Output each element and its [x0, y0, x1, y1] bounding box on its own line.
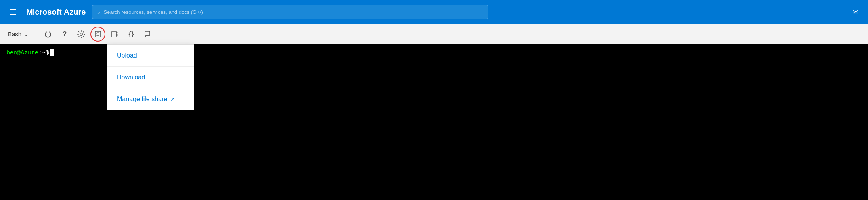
- brace-icon: {}: [129, 30, 134, 38]
- svg-rect-3: [145, 31, 150, 35]
- manage-file-share-menu-item[interactable]: Manage file share ↗: [107, 88, 194, 110]
- help-icon: ?: [63, 30, 67, 38]
- svg-point-0: [80, 33, 82, 35]
- hamburger-icon[interactable]: ☰: [6, 4, 20, 20]
- external-link-icon: ↗: [170, 96, 175, 102]
- terminal-prompt-separator: :~$: [38, 50, 49, 56]
- power-button[interactable]: [40, 27, 55, 42]
- email-icon[interactable]: ✉: [849, 4, 862, 19]
- upload-menu-item[interactable]: Upload: [107, 45, 194, 67]
- manage-file-share-label: Manage file share: [117, 96, 167, 103]
- toolbar-divider-1: [36, 29, 36, 40]
- open-editor-button[interactable]: [107, 27, 122, 42]
- download-menu-item[interactable]: Download: [107, 67, 194, 88]
- shell-selector[interactable]: Bash ⌄: [5, 29, 32, 39]
- upload-download-dropdown: Upload Download Manage file share ↗: [107, 44, 194, 110]
- svg-rect-2: [112, 31, 116, 37]
- settings-button[interactable]: [74, 27, 89, 42]
- search-bar[interactable]: ⌕ Search resources, services, and docs (…: [92, 5, 488, 19]
- search-placeholder: Search resources, services, and docs (G+…: [103, 9, 203, 15]
- terminal-cursor: [50, 49, 54, 56]
- download-label: Download: [117, 74, 145, 81]
- json-editor-button[interactable]: {}: [124, 27, 139, 42]
- nav-right: ✉: [849, 4, 862, 19]
- search-icon: ⌕: [97, 9, 100, 15]
- shell-chevron-icon: ⌄: [24, 31, 29, 38]
- help-button[interactable]: ?: [57, 27, 72, 42]
- upload-download-button[interactable]: [90, 27, 105, 42]
- top-navigation: ☰ Microsoft Azure ⌕ Search resources, se…: [0, 0, 868, 24]
- feedback-button[interactable]: [140, 27, 155, 42]
- app-title: Microsoft Azure: [26, 8, 86, 17]
- shell-label: Bash: [8, 31, 21, 37]
- terminal-prompt-user: ben@Azure: [6, 50, 38, 56]
- toolbar: Bash ⌄ ?: [0, 24, 868, 44]
- upload-label: Upload: [117, 52, 137, 59]
